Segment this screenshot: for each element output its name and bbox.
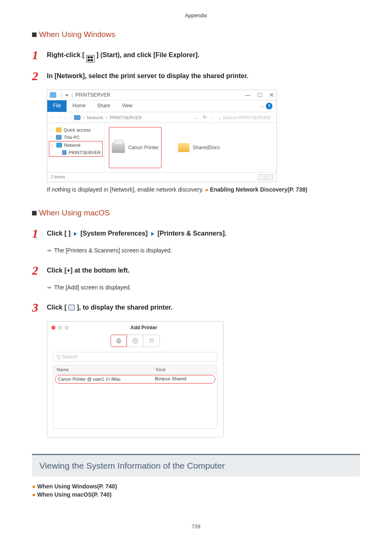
search-box[interactable]: ⌕ Search PRINTSERVER	[212, 115, 274, 120]
result-text: The [Add] screen is displayed.	[54, 284, 131, 291]
search-icon: Q	[57, 354, 60, 360]
bullet-icon: ●	[32, 491, 35, 498]
close-icon[interactable]: ✕	[269, 92, 274, 98]
tab-view[interactable]: View	[116, 100, 138, 112]
row-name: Canon Printer @ user1 の iMac	[58, 376, 155, 382]
step-number: 2	[32, 70, 41, 82]
sidebar-label: Quick access	[64, 127, 90, 132]
star-icon	[56, 127, 62, 132]
sort-icon[interactable]: ⌃	[153, 367, 156, 372]
tab-default[interactable]	[111, 335, 127, 347]
search-placeholder: Search PRINTSERVER	[223, 115, 270, 120]
view-details-icon[interactable]	[258, 174, 265, 180]
address-bar: ← → ⌵ ↑ › Network › PRINTSERVER ⌵ ↻ ⌕ Se…	[47, 112, 277, 123]
sidebar-this-pc[interactable]: › This PC	[49, 134, 103, 141]
folder-icon	[50, 92, 56, 98]
step-text: Click [ ] [System Preferences] [Printers…	[47, 227, 226, 237]
step-number: 3	[32, 301, 41, 314]
search-icon: ⌕	[219, 115, 221, 120]
svg-rect-0	[117, 340, 120, 342]
minimize-icon[interactable]: —	[245, 92, 251, 98]
printer-item[interactable]: Canon Printer	[109, 127, 161, 168]
network-icon	[56, 143, 62, 148]
link-macos[interactable]: ●When Using macOS(P. 740)	[32, 490, 360, 499]
sidebar-label: Network	[64, 143, 81, 148]
sidebar-quick-access[interactable]: › Quick access	[49, 126, 103, 134]
sidebar-label: This PC	[64, 135, 80, 140]
step1-post: ] (Start), and click [File Explorer].	[96, 51, 199, 58]
pipe: |	[61, 92, 62, 98]
view-large-icon[interactable]	[266, 174, 273, 180]
sidebar-printserver[interactable]: › PRINTSERVER	[49, 149, 102, 156]
tab-share[interactable]: Share	[91, 100, 116, 112]
dialog-title: Add Printer	[51, 325, 219, 331]
maximize-icon[interactable]: ☐	[257, 92, 263, 98]
breadcrumb-server[interactable]: PRINTSERVER	[110, 115, 142, 120]
link-network-discovery[interactable]: ●Enabling Network Discovery(P. 738)	[205, 186, 307, 193]
explorer-main: Canon Printer SharedDocs	[105, 123, 277, 172]
refresh-icon[interactable]: ↻	[200, 115, 210, 120]
link-text: Enabling Network Discovery(P. 738)	[210, 186, 307, 193]
triangle-icon	[151, 232, 154, 236]
zoom-dot-icon[interactable]	[65, 326, 69, 330]
search-placeholder: Search	[62, 354, 78, 360]
breadcrumb-network[interactable]: Network	[87, 115, 103, 120]
tab-home[interactable]: Home	[67, 100, 91, 112]
printer-network-icon	[148, 338, 155, 344]
minimize-dot-icon[interactable]	[58, 326, 62, 330]
explorer-sidebar: › Quick access › This PC ⌄ Network	[47, 123, 105, 172]
pc-icon	[74, 115, 81, 120]
search-field[interactable]: Q Search	[53, 352, 217, 362]
windows-step-2: 2 In [Network], select the print server …	[32, 70, 360, 82]
help-icon[interactable]: ?	[266, 103, 272, 109]
heading-macos: When Using macOS	[32, 208, 360, 217]
link-text: When Using macOS(P. 740)	[37, 491, 111, 498]
forward-icon[interactable]: →	[57, 115, 61, 120]
chevron-icon: ›	[51, 128, 54, 132]
seg3: [Printers & Scanners].	[157, 230, 226, 237]
breadcrumb-chevron[interactable]: ⌵	[194, 115, 197, 120]
ribbon: File Home Share View ⌵ ?	[47, 100, 277, 112]
history-icon[interactable]: ⌵	[64, 115, 67, 120]
traffic-lights	[51, 325, 69, 330]
link-windows[interactable]: ●When Using Windows(P. 740)	[32, 482, 360, 490]
table-header: Name ⌃ Kind	[53, 365, 217, 374]
printer-icon	[115, 338, 122, 344]
pc-icon	[56, 135, 62, 140]
svg-rect-4	[150, 340, 153, 342]
sidebar-label: PRINTSERVER	[69, 150, 101, 155]
bullet-icon: ●	[205, 187, 208, 193]
links-list: ●When Using Windows(P. 740) ●When Using …	[32, 482, 360, 499]
tab-windows[interactable]	[143, 335, 160, 347]
arrow-icon: ➠	[47, 247, 51, 254]
explorer-titlebar: | ⏷ | PRINTSERVER — ☐ ✕	[47, 90, 277, 100]
folder-item[interactable]: SharedDocs	[178, 127, 220, 168]
back-icon[interactable]: ←	[50, 115, 54, 120]
row-kind: Bonjour Shared	[155, 376, 212, 382]
step-text: In [Network], select the print server to…	[47, 70, 249, 80]
toolbar-tabs	[51, 335, 219, 347]
tab-file[interactable]: File	[47, 100, 67, 112]
seg1: ]	[68, 230, 72, 237]
up-icon[interactable]: ↑	[69, 115, 71, 120]
close-dot-icon[interactable]	[51, 326, 55, 330]
status-bar: 2 items	[47, 172, 277, 182]
seg-pre: Click [	[47, 230, 68, 237]
triangle-icon	[74, 232, 77, 236]
page-number: 739	[0, 523, 392, 530]
breadcrumb-sep: ›	[83, 115, 85, 120]
col-kind[interactable]: Kind	[156, 367, 214, 372]
macos-step-3: 3 Click [ ], to display the shared print…	[32, 301, 360, 314]
sidebar-network[interactable]: ⌄ Network	[49, 141, 102, 149]
printer-icon	[112, 142, 125, 153]
network-highlight: ⌄ Network › PRINTSERVER	[49, 141, 103, 157]
step-text: Right-click [ ] (Start), and click [File…	[47, 49, 199, 62]
status-text: 2 items	[51, 174, 65, 180]
printer-row[interactable]: Canon Printer @ user1 の iMac Bonjour Sha…	[55, 375, 215, 384]
chevron-down-icon[interactable]: ⌵	[261, 103, 263, 109]
tab-ip[interactable]	[127, 335, 143, 347]
breadcrumb[interactable]: › Network › PRINTSERVER	[74, 115, 192, 120]
col-name[interactable]: Name	[57, 367, 151, 372]
server-icon	[62, 150, 67, 155]
step-text: Click [ ], to display the shared printer…	[47, 301, 173, 311]
